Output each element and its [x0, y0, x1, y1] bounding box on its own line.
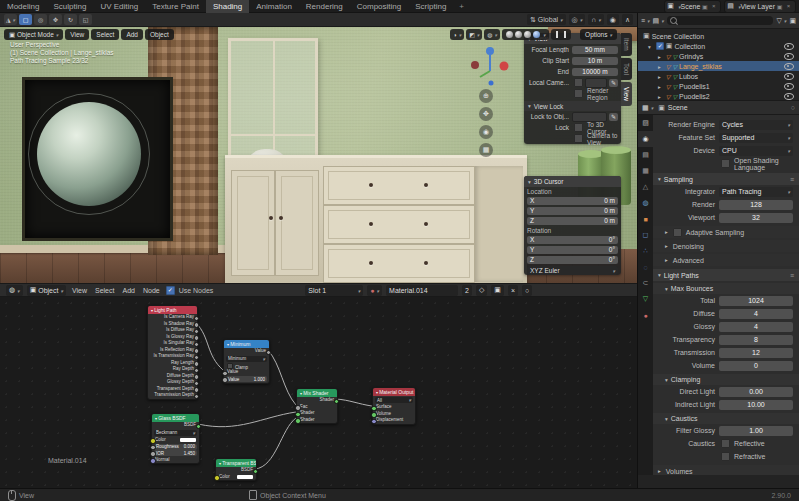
- volumes-panel[interactable]: Volumes: [653, 465, 799, 475]
- indirect-light-field[interactable]: 10.00: [719, 400, 793, 410]
- total-field[interactable]: 1024: [719, 296, 793, 306]
- workspace-tab-rendering[interactable]: Rendering: [299, 0, 350, 13]
- node-mix-shader[interactable]: Mix Shader Shader Fac Shader Shader: [296, 388, 338, 424]
- samples-viewport-field[interactable]: 32: [719, 213, 793, 223]
- rendered-shading-button[interactable]: [533, 31, 540, 38]
- cursor-tool[interactable]: ◎: [34, 14, 47, 25]
- sidebar-tab-item[interactable]: Item: [621, 33, 632, 56]
- workspace-tab-sculpting[interactable]: Sculpting: [46, 0, 93, 13]
- clip-start-field[interactable]: 10 m: [572, 57, 618, 65]
- tab-output[interactable]: ▤: [638, 147, 653, 163]
- tab-particles[interactable]: ∴: [638, 243, 653, 259]
- node-glass-bsdf[interactable]: Glass BSDF BSDF Beckmann Color Roughness…: [151, 413, 200, 464]
- node-input[interactable]: Shader: [297, 417, 337, 424]
- navigation-gizmo[interactable]: [468, 43, 512, 87]
- rotate-tool[interactable]: ↻: [64, 14, 77, 25]
- tab-tool[interactable]: ▨: [638, 115, 653, 131]
- tab-render[interactable]: ◉: [638, 131, 653, 147]
- tab-material[interactable]: ●: [638, 307, 653, 323]
- transparency-field[interactable]: 8: [719, 335, 793, 345]
- workspace-tab-scripting[interactable]: Scripting: [408, 0, 453, 13]
- node-header[interactable]: Glass BSDF: [152, 414, 199, 422]
- tab-constraints[interactable]: ⊂: [638, 275, 653, 291]
- feature-set-dropdown[interactable]: Supported: [719, 133, 793, 143]
- node-input[interactable]: Normal: [152, 457, 199, 464]
- tab-modifiers[interactable]: ◻: [638, 227, 653, 243]
- expand-icon[interactable]: [658, 73, 664, 80]
- material-users-button[interactable]: 2: [462, 285, 472, 296]
- node-output[interactable]: Transmission Depth: [148, 392, 197, 399]
- eyedropper-icon[interactable]: ✎: [609, 113, 618, 121]
- display-mode-dropdown[interactable]: ▤: [653, 17, 664, 25]
- pan-button[interactable]: ✥: [479, 107, 493, 121]
- outliner-editor-dropdown[interactable]: ≡: [641, 17, 650, 24]
- viewport-3d[interactable]: ▣ Object Mode View Select Add Object ◑ ◩…: [0, 27, 637, 283]
- camera-to-view-checkbox[interactable]: [574, 134, 583, 143]
- material-shading-button[interactable]: [524, 31, 531, 38]
- eye-icon[interactable]: [784, 73, 794, 80]
- diffuse-field[interactable]: 4: [719, 309, 793, 319]
- outliner-row-grindys[interactable]: ▽ ▽ Grindys: [638, 51, 799, 61]
- view-layer-selector[interactable]: ▤ View Layer ▣ ×: [724, 0, 796, 13]
- cursor-rot-z-field[interactable]: Z0°: [527, 256, 618, 264]
- shader-menu-select[interactable]: Select: [91, 287, 118, 294]
- zoom-button[interactable]: ⊕: [479, 89, 493, 103]
- mode-dropdown[interactable]: ▣ Object Mode: [4, 29, 63, 40]
- new-material-button[interactable]: ▣: [491, 285, 504, 296]
- viewport-menu-add[interactable]: Add: [121, 29, 143, 40]
- new-view-layer-button[interactable]: ▣: [775, 3, 784, 10]
- new-collection-button[interactable]: ▣: [789, 17, 796, 25]
- local-camera-checkbox[interactable]: [574, 78, 583, 87]
- pin-icon[interactable]: ○: [522, 285, 532, 296]
- math-operation-dropdown[interactable]: Minimum: [226, 356, 267, 362]
- tab-world[interactable]: ◍: [638, 195, 653, 211]
- outliner-row-puodelis1[interactable]: ▽ ▽ Puodelis1: [638, 81, 799, 91]
- sampling-panel-header[interactable]: Sampling≡: [653, 173, 799, 185]
- shader-type-dropdown[interactable]: ▣ Object: [27, 285, 66, 296]
- active-tool-icon[interactable]: ◮: [4, 14, 17, 25]
- collection-checkbox[interactable]: [656, 42, 664, 50]
- max-bounces-subpanel[interactable]: Max Bounces: [653, 283, 799, 294]
- eye-icon[interactable]: [784, 63, 794, 70]
- advanced-panel[interactable]: Advanced: [653, 254, 799, 266]
- viewport-menu-view[interactable]: View: [65, 29, 89, 40]
- shader-menu-node[interactable]: Node: [139, 287, 164, 294]
- preset-menu-icon[interactable]: ≡: [790, 272, 794, 279]
- eye-icon[interactable]: [784, 43, 794, 50]
- refractive-checkbox[interactable]: [721, 452, 730, 461]
- browse-material-dropdown[interactable]: ●: [367, 285, 382, 296]
- osl-checkbox[interactable]: [721, 159, 730, 168]
- outliner-row-scene-collection[interactable]: ▣ Scene Collection: [638, 31, 799, 41]
- workspace-tab-compositing[interactable]: Compositing: [350, 0, 408, 13]
- pivot-point-dropdown[interactable]: ◎: [569, 14, 586, 25]
- focal-length-field[interactable]: 50 mm: [572, 46, 618, 54]
- glass-roughness-field[interactable]: Roughness0.000: [154, 444, 197, 450]
- node-output[interactable]: Value: [224, 348, 269, 355]
- properties-editor-dropdown[interactable]: ▦: [642, 104, 653, 112]
- clip-end-field[interactable]: 10000 m: [572, 68, 618, 76]
- expand-icon[interactable]: [658, 53, 664, 60]
- node-material-output[interactable]: Material Output All Surface Volume Displ…: [372, 387, 416, 425]
- filter-glossy-field[interactable]: 1.00: [719, 426, 793, 436]
- tab-view-layer[interactable]: ▦: [638, 163, 653, 179]
- transmission-field[interactable]: 12: [719, 348, 793, 358]
- shader-menu-view[interactable]: View: [68, 287, 91, 294]
- adaptive-sampling-panel[interactable]: Adaptive Sampling: [653, 226, 799, 238]
- color-swatch[interactable]: [180, 438, 196, 443]
- falloff-icon[interactable]: ∧: [622, 14, 633, 25]
- cursor-rot-x-field[interactable]: X0°: [527, 236, 618, 244]
- clamping-subpanel[interactable]: Clamping: [653, 374, 799, 385]
- render-region-checkbox[interactable]: [574, 89, 583, 98]
- filter-dropdown[interactable]: ▽: [776, 17, 786, 25]
- node-header[interactable]: Mix Shader: [297, 389, 337, 397]
- material-slot-dropdown[interactable]: Slot 1: [305, 285, 363, 296]
- select-box-tool[interactable]: ▢: [19, 14, 32, 25]
- shader-menu-add[interactable]: Add: [118, 287, 138, 294]
- camera-view-button[interactable]: ◉: [479, 125, 493, 139]
- outliner-row-puodelis2[interactable]: ▽ ▽ Puodelis2: [638, 91, 799, 101]
- add-workspace-button[interactable]: +: [453, 0, 470, 13]
- device-dropdown[interactable]: CPU: [719, 146, 793, 156]
- xray-dropdown[interactable]: ◍: [484, 29, 500, 40]
- view-lock-subpanel-header[interactable]: View Lock: [524, 101, 621, 111]
- render-engine-dropdown[interactable]: Cycles: [719, 120, 793, 130]
